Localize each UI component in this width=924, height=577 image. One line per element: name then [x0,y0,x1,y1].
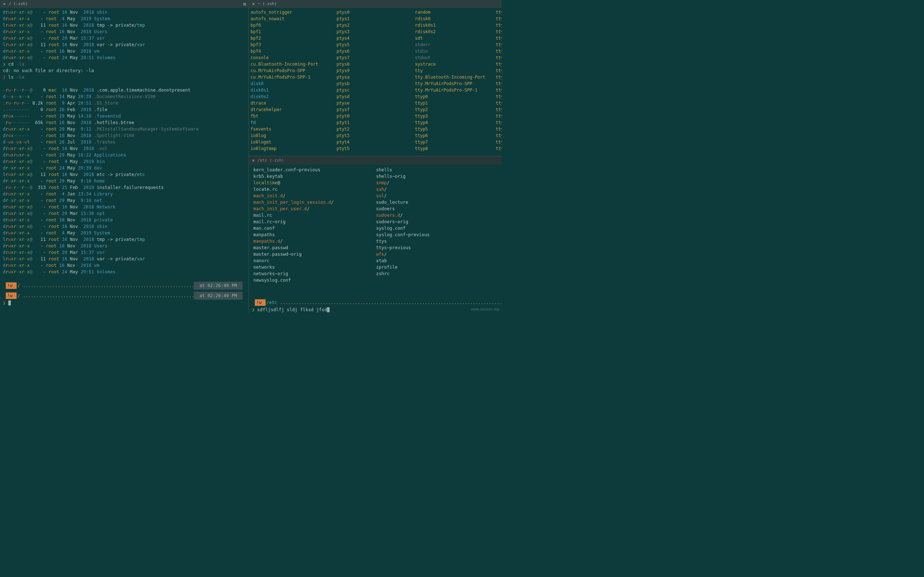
ls-column: ttyse ttysf ttyt0 ttyt1 ttyt2 ttyt3 ttyt… [496,9,502,156]
status-dots: ........................................… [23,282,194,289]
terminal-pane-right-bot[interactable]: ✕ /etc (-zsh) ≡ kern_loader.conf~previou… [249,156,502,313]
close-icon[interactable]: ✕ [252,0,255,8]
status-line: !w / ...................................… [3,292,246,300]
cursor [327,307,330,312]
terminal-output-left[interactable]: drwxr-xr-x@ - root 16 Nov 2018 sbin drwx… [0,8,248,313]
tab-bar-right-bot: ✕ /etc (-zsh) ≡ [249,156,502,164]
menu-icon[interactable]: ≡ [243,0,246,8]
tab-title: /etc (-zsh) [258,158,502,164]
tab-title: ~ (-zsh) [258,1,502,7]
tab-bar-right-top: ✕ ~ (-zsh) ≡ [249,0,502,8]
close-icon[interactable]: ✕ [3,0,6,8]
status-line: !w / ...................................… [3,282,246,290]
ls-column: random rdisk0 rdisk0s1 rdisk0s2 sdt stde… [415,9,496,156]
cursor [8,300,11,305]
status-path: / [16,292,23,299]
ls-column: autofs_notrigger autofs_nowait bpf0 bpf1… [250,9,336,156]
prompt-line[interactable]: ❯ sdfljsdlfj sldj flksd jfsd [252,306,502,313]
ls-column: ptys0 ptys1 ptys2 ptys3 ptys4 ptys5 ptys… [336,9,415,156]
terminal-pane-right-top[interactable]: ✕ ~ (-zsh) ≡ autofs_notrigger autofs_now… [249,0,502,156]
terminal-output-etc[interactable]: kern_loader.conf~previouskrb5.keytabloca… [249,164,502,313]
status-mode: !w [255,299,266,306]
status-time: at 02:26:49 PM [194,282,242,290]
status-mode: !w [6,292,16,299]
terminal-output-dev[interactable]: autofs_notrigger autofs_nowait bpf0 bpf1… [249,8,502,156]
ls-column: kern_loader.conf~previouskrb5.keytabloca… [254,167,376,298]
status-dots: ........................................… [280,299,502,306]
tab-bar-left: ✕ / (-zsh) ≡ [0,0,248,8]
status-dots: ........................................… [23,292,194,299]
status-path: / [16,282,23,289]
status-path: /etc [266,299,280,306]
status-mode: !w [6,282,16,289]
tab-title: / (-zsh) [9,1,243,7]
status-line: !w /etc ................................… [252,298,502,306]
status-time: at 02:26:49 PM [194,292,242,300]
terminal-pane-left[interactable]: ✕ / (-zsh) ≡ drwxr-xr-x@ - root 16 Nov 2… [0,0,249,313]
ls-column: shellsshells~origsnmp/ssh/ssl/sudo_lectu… [376,167,502,298]
close-icon[interactable]: ✕ [252,157,255,164]
watermark: www.seozen.top [471,306,499,312]
